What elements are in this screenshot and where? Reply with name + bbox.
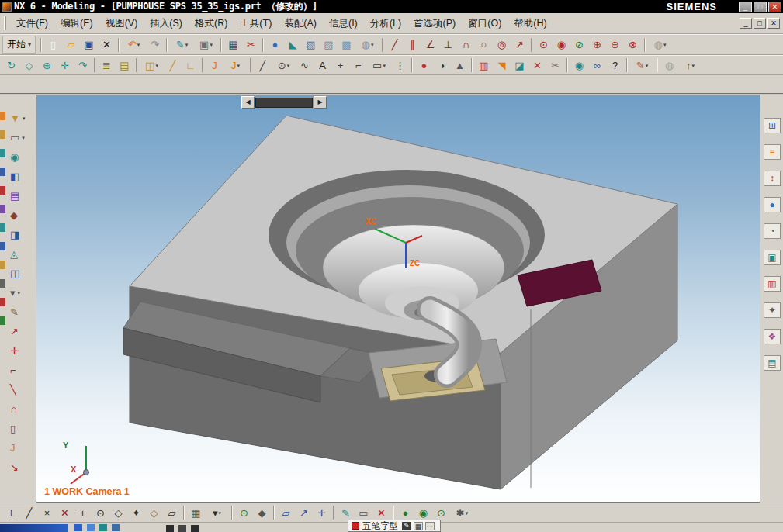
dropdown-arrow-icon[interactable]: ▾ [237, 63, 240, 68]
cross-tool-icon[interactable]: ✛ [7, 341, 36, 361]
assembly-book-icon[interactable]: ▤ [7, 186, 36, 206]
expression-table-icon[interactable]: ▦ [224, 36, 242, 53]
ime-more-icon[interactable]: ⋯ [425, 522, 435, 530]
menu-item[interactable]: 分析(L) [364, 16, 407, 32]
line-curve-icon[interactable]: ╱ [386, 36, 404, 53]
dropdown-arrow-icon[interactable]: ▾ [663, 42, 667, 47]
fit-view-icon[interactable]: ◇ [20, 57, 38, 74]
dropdown-arrow-icon[interactable]: ▾ [185, 42, 189, 47]
perpendicular-curve-icon[interactable]: ⊥ [439, 36, 457, 53]
target-ball-icon[interactable]: ◉ [414, 505, 432, 521]
dropdown-arrow-icon[interactable]: ▾ [18, 290, 21, 295]
dimension-icon[interactable]: ↗ [511, 36, 528, 53]
general-selection-icon[interactable]: ▭▾ [7, 128, 36, 147]
solid-body-icon[interactable]: ◧ [7, 167, 36, 186]
dropdown-arrow-icon[interactable]: ▾ [28, 41, 31, 48]
menu-item[interactable]: 帮助(H) [508, 16, 553, 32]
materials-palette-icon[interactable]: ▣ [764, 250, 781, 265]
clock-icon[interactable]: ◔ [764, 223, 781, 239]
menu-item[interactable]: 视图(V) [99, 16, 144, 32]
corner-profile-icon[interactable]: ⌐ [7, 361, 36, 380]
tangent-constraint-icon[interactable]: ⊘ [570, 36, 588, 53]
revolve-icon[interactable]: ◥ [493, 57, 511, 74]
suppress-feature-icon[interactable]: ✕ [372, 505, 390, 521]
material-sphere-icon[interactable]: ◍▾ [648, 36, 672, 53]
trim-corner-icon[interactable]: ↘ [7, 458, 36, 477]
tangent-arc-icon[interactable]: ◎ [493, 36, 511, 53]
intersection-point-icon[interactable]: + [74, 505, 92, 521]
equal-constraint-icon[interactable]: ⊗ [624, 36, 642, 53]
trim-body-icon[interactable]: ◪ [511, 57, 528, 74]
dropdown-arrow-icon[interactable]: ▾ [137, 42, 140, 47]
coincident-constraint-icon[interactable]: ⊙ [535, 36, 553, 53]
help-cursor-icon[interactable]: ? [606, 57, 624, 74]
block-icon[interactable]: ◫ [7, 264, 36, 283]
datum-axis-icon[interactable]: ╱ [164, 57, 182, 74]
menu-item[interactable]: 窗口(O) [462, 16, 508, 32]
bottom-settings-icon[interactable]: ✱▾ [450, 505, 474, 521]
arc-curve-icon[interactable]: ∩ [457, 36, 475, 53]
existing-point-icon[interactable]: ✦ [127, 505, 145, 521]
menu-item[interactable]: 编辑(E) [54, 16, 99, 32]
point-on-curve-snap-icon[interactable]: ◇ [145, 505, 163, 521]
snap-point-toggle-icon[interactable]: ⊥ [2, 505, 20, 521]
view-in-layer-icon[interactable]: ▤ [116, 57, 133, 74]
dropdown-arrow-icon[interactable]: ▾ [646, 63, 649, 68]
leader-arrow-icon[interactable]: ↗ [7, 322, 36, 341]
scroll-right-button[interactable]: ▶ [314, 96, 327, 109]
doc-close-button[interactable]: ✕ [767, 18, 780, 29]
link-spheres-icon[interactable]: ∞ [588, 57, 606, 74]
edit-sketch-icon[interactable]: ✎ [337, 505, 355, 521]
start-menu-button[interactable]: 开始 ▾ [2, 36, 36, 54]
scene-lens-icon[interactable]: ◉ [570, 57, 588, 74]
profile-icon[interactable]: ⌐ [349, 57, 367, 74]
flower-palette-icon[interactable]: ❖ [764, 329, 781, 344]
concentric-constraint-icon[interactable]: ◉ [553, 36, 570, 53]
resource-navigator-icon[interactable]: ⊞ [764, 118, 781, 133]
mid-point-icon[interactable]: × [38, 505, 56, 521]
plane-dialog-icon[interactable]: ▱ [277, 505, 295, 521]
menu-item[interactable]: 信息(I) [323, 16, 364, 32]
dropdown-arrow-icon[interactable]: ▾ [219, 510, 222, 516]
wireframe-icon[interactable]: ▧ [302, 36, 320, 53]
dropdown-arrow-icon[interactable]: ▾ [371, 42, 374, 47]
green-snap-circle-icon[interactable]: ⊙ [235, 505, 253, 521]
datum-plane-icon[interactable]: ◫▾ [140, 57, 164, 74]
teal-list-icon[interactable]: ▤ [764, 355, 781, 371]
datum-csys-icon[interactable]: ∟ [182, 57, 199, 74]
dropdown-arrow-icon[interactable]: ▾ [287, 63, 290, 68]
scroll-left-button[interactable]: ◀ [241, 96, 255, 109]
doc-restore-button[interactable]: □ [754, 18, 766, 29]
sketch-icon[interactable]: ✎▾ [170, 36, 194, 53]
menu-item[interactable]: 文件(F) [10, 16, 54, 32]
basic-line-icon[interactable]: ╱ [254, 57, 272, 74]
angle-curve-icon[interactable]: ∠ [421, 36, 439, 53]
facet-body-icon[interactable]: ◣ [284, 36, 302, 53]
type-filter-icon[interactable]: ▼▾ [7, 109, 36, 128]
snap-shaded-icon[interactable]: ◉ [7, 147, 36, 167]
parallel-curve-icon[interactable]: ∥ [404, 36, 421, 53]
dropdown-arrow-icon[interactable]: ▾ [210, 42, 213, 47]
point-set-icon[interactable]: + [331, 57, 349, 74]
undo-icon[interactable]: ↶▾ [122, 36, 146, 53]
dropdown-arrow-icon[interactable]: ▾ [155, 63, 158, 68]
bookmark-icon[interactable]: ◆ [7, 206, 36, 225]
finish-flag-icon[interactable]: ✎ [7, 302, 36, 322]
layer-settings-icon[interactable]: ≣ [98, 57, 116, 74]
analyze-face-icon[interactable]: ◑ [433, 57, 451, 74]
split-body-icon[interactable]: ✂ [546, 57, 564, 74]
quadrant-point-icon[interactable]: ◇ [109, 505, 127, 521]
pattern-face-icon[interactable]: ▭ [355, 505, 372, 521]
spline-icon[interactable]: ∿ [296, 57, 314, 74]
gray-sphere-icon[interactable]: ◍ [660, 57, 678, 74]
rectangle-icon[interactable]: ▭▾ [367, 57, 391, 74]
splitter-handle[interactable] [255, 98, 313, 108]
color-bars-icon[interactable]: ▥ [764, 276, 781, 292]
dropdown-arrow-icon[interactable]: ▾ [383, 63, 386, 68]
sketch-curve-icon[interactable]: J▾ [223, 57, 248, 74]
copy-display-icon[interactable]: ▣▾ [194, 36, 218, 53]
circle-curve-icon[interactable]: ○ [475, 36, 493, 53]
arc-center-point-icon[interactable]: ⊙ [92, 505, 109, 521]
static-wireframe-icon[interactable]: ▨ [320, 36, 338, 53]
zoom-view-icon[interactable]: ⊕ [38, 57, 56, 74]
